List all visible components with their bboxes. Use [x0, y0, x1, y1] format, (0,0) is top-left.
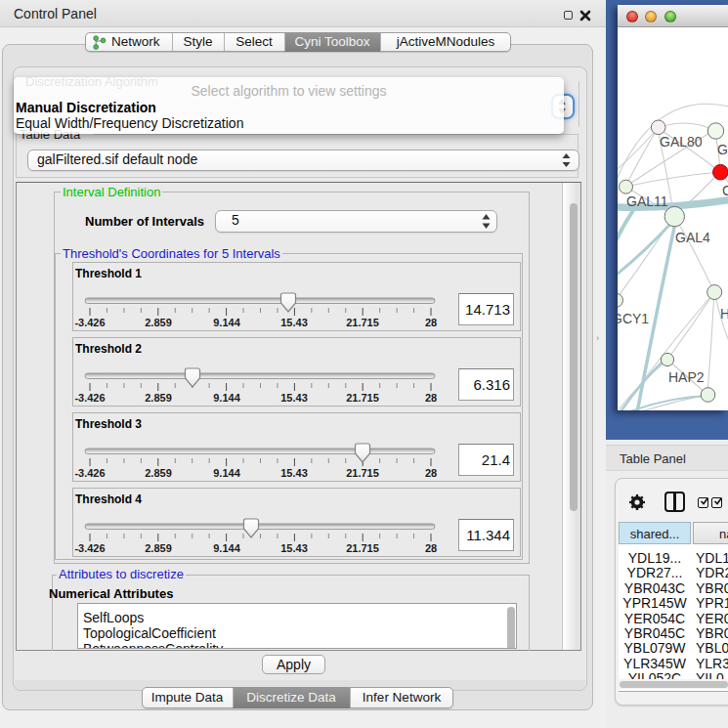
svg-text:H: H [720, 306, 728, 321]
svg-text:C: C [722, 183, 728, 198]
svg-text:HAP2: HAP2 [668, 369, 705, 385]
svg-text:GCY1: GCY1 [618, 311, 649, 326]
svg-text:GAL11: GAL11 [626, 193, 668, 209]
svg-text:GAL4: GAL4 [675, 230, 710, 245]
svg-text:GAL80: GAL80 [660, 134, 703, 150]
svg-text:G.: G. [717, 142, 728, 157]
